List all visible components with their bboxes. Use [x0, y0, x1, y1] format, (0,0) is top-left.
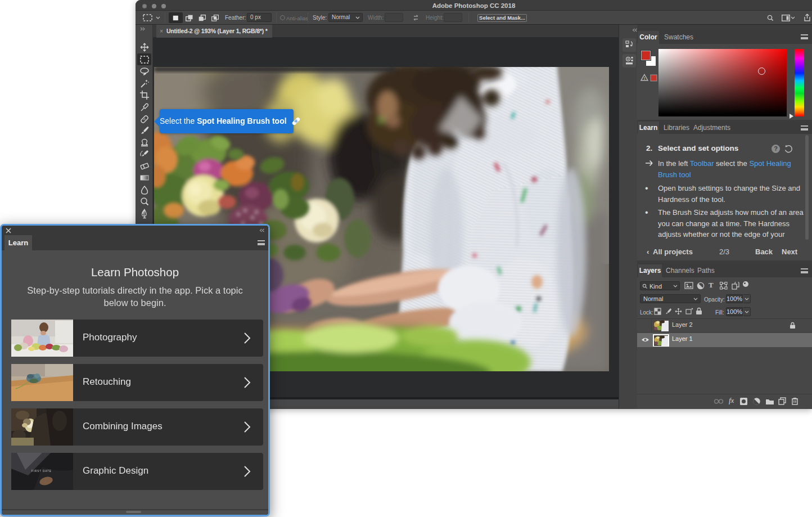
svg-text:FIRST DATE: FIRST DATE: [31, 470, 52, 473]
svg-text:!: !: [644, 76, 646, 81]
